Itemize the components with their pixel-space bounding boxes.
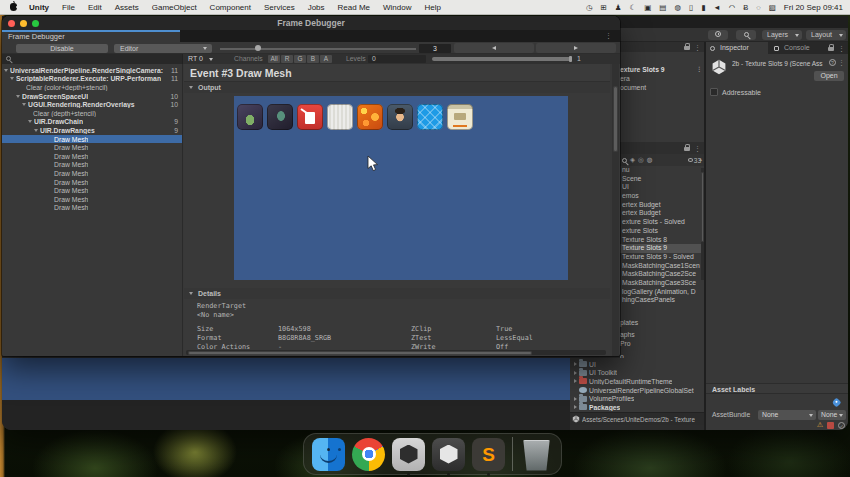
event-tree-row[interactable]: Draw Mesh (2, 161, 182, 170)
dock-unity-editor[interactable] (432, 438, 465, 471)
scene-asset-item[interactable]: emos (620, 192, 704, 201)
open-button[interactable]: Open (814, 71, 844, 81)
battery-icon[interactable]: ▮ (701, 3, 705, 12)
dock-chrome[interactable] (352, 438, 385, 471)
chevron-down-icon[interactable] (34, 129, 38, 132)
frame-number-field[interactable]: 3 (419, 44, 451, 53)
event-tree-row[interactable]: UniversalRenderPipeline.RenderSingleCame… (2, 66, 182, 75)
info-filter-icon[interactable]: ◍ (647, 157, 653, 164)
levels-slider[interactable] (432, 57, 572, 61)
project-tree-row[interactable]: Packages (570, 403, 704, 412)
scene-asset-item[interactable]: nu (620, 166, 704, 175)
lock-icon[interactable] (684, 46, 690, 50)
kebab-menu-icon[interactable]: ⋮ (605, 32, 612, 39)
frame-debugger-titlebar[interactable]: Frame Debugger (2, 16, 620, 30)
event-tree-row[interactable]: Draw Mesh (2, 178, 182, 187)
menu-item[interactable]: Component (210, 3, 251, 12)
label-tag-icon[interactable] (832, 398, 842, 408)
thumbnail-delete-texture[interactable] (297, 104, 323, 130)
layout-dropdown[interactable]: Layout (806, 30, 846, 40)
scene-asset-item[interactable]: plates (620, 318, 704, 327)
scene-asset-item[interactable]: MaskBatchingCase2Sce (620, 270, 704, 279)
time-machine-icon[interactable]: ◷ (586, 3, 593, 12)
chevron-down-icon[interactable] (16, 95, 20, 98)
thumbnail-sample-card-texture[interactable] (447, 104, 473, 130)
event-tree-row[interactable]: Clear (color+depth+stencil) (2, 83, 182, 92)
menu-item[interactable]: Edit (88, 3, 102, 12)
chevron-down-icon[interactable] (22, 103, 26, 106)
layers-dropdown[interactable]: Layers (762, 30, 802, 40)
assetbundle-dropdown[interactable]: None (758, 410, 816, 420)
vertical-scrollbar[interactable] (612, 64, 619, 356)
menu-item[interactable]: GameObject (152, 3, 197, 12)
chevron-right-icon[interactable] (574, 371, 577, 375)
chevron-down-icon[interactable] (28, 120, 32, 123)
docker-icon[interactable]: ▯ (689, 3, 693, 12)
scene-asset-item[interactable]: Texture Slots 8 (620, 236, 704, 245)
kebab-menu-icon[interactable]: ⋮ (838, 59, 845, 66)
project-tree-row[interactable]: UnityDefaultRuntimeTheme (570, 377, 704, 386)
thumbnail-blue-pattern-texture[interactable] (417, 104, 443, 130)
github-icon[interactable]: ☾ (630, 3, 637, 12)
thumbnail-ranger-texture[interactable] (267, 104, 293, 130)
volume-icon[interactable]: ◄ (713, 3, 720, 12)
scroll-up-icon[interactable]: ▲ (698, 156, 703, 162)
chevron-right-icon[interactable] (574, 405, 577, 409)
chevron-right-icon[interactable] (574, 379, 577, 383)
chevron-down-icon[interactable] (4, 69, 8, 72)
lock-icon[interactable] (828, 47, 834, 51)
scene-asset-item[interactable]: hingCasesPanels (620, 296, 704, 305)
network-globe-icon[interactable]: ◍ (674, 3, 681, 12)
menu-item[interactable]: Assets (115, 3, 139, 12)
menu-bar-clock[interactable]: Fri 20 Sep 09:41 (784, 3, 843, 12)
menu-item[interactable]: Unity (29, 3, 49, 12)
levels-min-field[interactable]: 0 (368, 55, 426, 63)
hierarchy-item[interactable]: ocument (620, 83, 704, 92)
channel-button[interactable]: R (281, 55, 293, 63)
scene-asset-item[interactable]: Texture Slots 9 (620, 244, 704, 253)
addressable-checkbox[interactable] (710, 88, 718, 96)
bluetooth-icon[interactable]: Ƀ (743, 3, 748, 12)
scene-asset-item[interactable]: Texture Slots 9 - Solved (620, 253, 704, 262)
kebab-menu-icon[interactable]: ⋮ (694, 44, 701, 51)
hierarchy-item[interactable]: exture Slots 9 (620, 65, 704, 74)
channel-button[interactable]: A (320, 55, 332, 63)
kebab-menu-icon[interactable]: ⋮ (838, 45, 845, 52)
menu-item[interactable]: Jobs (308, 3, 325, 12)
tab-console[interactable]: Console (770, 42, 828, 54)
error-icon[interactable] (827, 422, 834, 429)
scene-asset-item[interactable]: exture Slots - Solved (620, 218, 704, 227)
menu-item[interactable]: Read Me (338, 3, 370, 12)
event-tree-row[interactable]: Draw Mesh (2, 204, 182, 213)
event-tree-row[interactable]: Draw Mesh (2, 143, 182, 152)
frame-slider-knob[interactable] (255, 45, 261, 51)
menu-item[interactable]: Window (383, 3, 411, 12)
search-button[interactable] (736, 30, 756, 40)
keyboard-icon[interactable]: ▤ (659, 3, 666, 12)
type-filter-icon[interactable]: ◈ (630, 157, 635, 164)
thumbnail-portrait-texture[interactable] (387, 104, 413, 130)
output-section-header[interactable]: Output (184, 82, 610, 93)
kebab-menu-icon[interactable]: ⋮ (694, 145, 701, 152)
event-tree-row[interactable]: UGUI.Rendering.RenderOverlays 10 (2, 100, 182, 109)
event-search-input[interactable] (2, 54, 183, 64)
event-tree-row[interactable]: Draw Mesh (2, 195, 182, 204)
disable-button[interactable]: Disable (16, 44, 108, 53)
event-tree-row[interactable]: Draw Mesh (2, 186, 182, 195)
scene-asset-item[interactable]: UI (620, 183, 704, 192)
apple-menu-icon[interactable] (10, 3, 17, 11)
hierarchy-item[interactable]: era (620, 74, 704, 83)
prev-frame-button[interactable] (454, 43, 534, 53)
event-tree-row[interactable]: UIR.DrawRanges 9 (2, 126, 182, 135)
scene-asset-item[interactable]: MaskBatchingCase1Scen (620, 262, 704, 271)
chevron-right-icon[interactable] (574, 362, 577, 366)
menu-item[interactable]: Services (264, 3, 295, 12)
label-filter-icon[interactable]: ◎ (638, 157, 644, 164)
channel-button[interactable]: B (307, 55, 319, 63)
thumbnail-lava-texture[interactable] (357, 104, 383, 130)
dock-unity-hub[interactable] (392, 438, 425, 471)
warning-icon[interactable]: ⚠ (817, 421, 823, 429)
scene-asset-item[interactable]: MaskBatchingCase3Sce (620, 279, 704, 288)
project-tree-row[interactable]: UI Toolkit (570, 369, 704, 378)
spotlight-icon[interactable]: ◌ (756, 3, 760, 12)
